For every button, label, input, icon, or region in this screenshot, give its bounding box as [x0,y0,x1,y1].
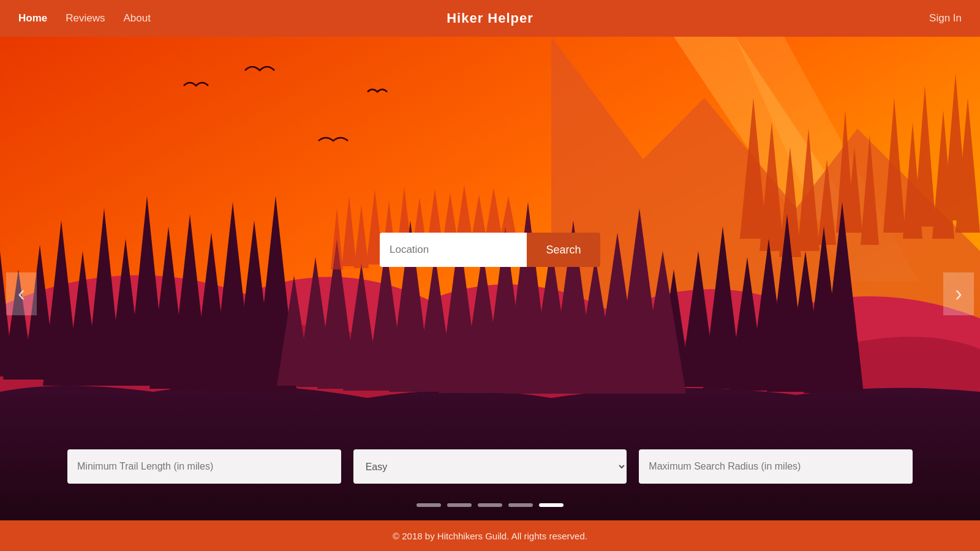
carousel-dot-1[interactable] [417,503,441,507]
chevron-left-icon: ‹ [18,281,25,307]
carousel-dot-3[interactable] [478,503,502,507]
hero-section: ‹ Search › Easy Moderate Hard Expert [0,37,980,551]
filter-bar: Easy Moderate Hard Expert [67,449,913,484]
carousel-dots [417,503,564,507]
carousel-prev-button[interactable]: ‹ [6,272,37,315]
min-trail-length-input[interactable] [67,449,341,484]
search-area: Search [380,233,600,267]
signin-link[interactable]: Sign In [929,12,962,24]
footer: © 2018 by Hitchhikers Guild. All rights … [0,520,980,551]
nav-reviews[interactable]: Reviews [66,12,105,24]
nav-about[interactable]: About [123,12,150,24]
navbar: Home Reviews About Hiker Helper Sign In [0,0,980,37]
site-title: Hiker Helper [447,10,533,26]
carousel-dot-4[interactable] [508,503,533,507]
location-input[interactable] [380,233,527,267]
search-button[interactable]: Search [527,233,600,267]
carousel-dot-5[interactable] [539,503,564,507]
carousel-dot-2[interactable] [447,503,472,507]
difficulty-select[interactable]: Easy Moderate Hard Expert [353,449,627,484]
nav-home[interactable]: Home [18,12,47,24]
carousel-next-button[interactable]: › [943,272,974,315]
max-radius-input[interactable] [639,449,913,484]
chevron-right-icon: › [955,281,962,307]
nav-links: Home Reviews About [18,12,151,24]
footer-text: © 2018 by Hitchhikers Guild. All rights … [393,531,587,541]
